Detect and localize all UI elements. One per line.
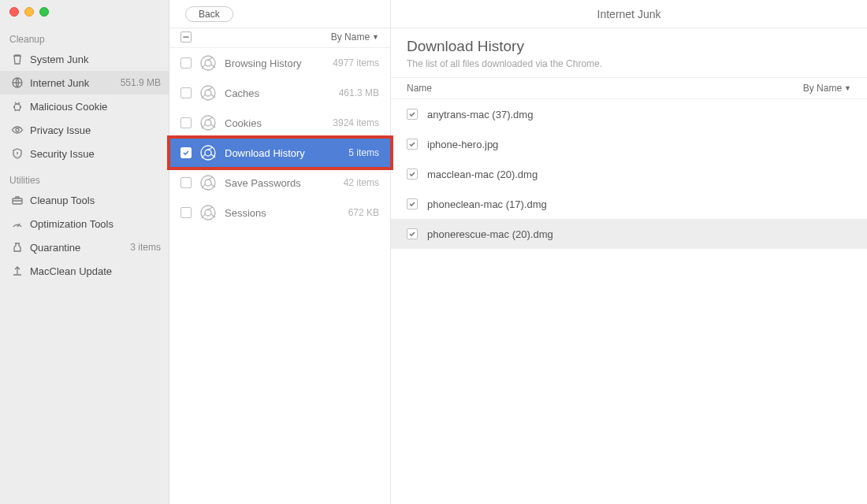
eye-icon: [11, 124, 24, 136]
chrome-icon: [199, 174, 217, 191]
svg-point-15: [205, 209, 211, 216]
file-checkbox[interactable]: [407, 228, 418, 239]
detail-header: Download History The list of all files d…: [391, 28, 867, 77]
gauge-icon: [11, 217, 24, 230]
sidebar-item-label: Privacy Issue: [30, 124, 161, 136]
sidebar-item-label: Cleanup Tools: [30, 195, 161, 206]
category-checkbox[interactable]: [180, 207, 192, 218]
globe-icon: [11, 76, 24, 89]
category-row-download-history[interactable]: Download History 5 items: [169, 138, 390, 168]
column-name: Name: [407, 83, 432, 94]
category-meta: 672 KB: [348, 207, 379, 218]
category-row-cookies[interactable]: Cookies 3924 items: [169, 108, 390, 138]
category-label: Cookies: [225, 117, 325, 129]
sidebar-item-internet-junk[interactable]: Internet Junk 551.9 MB: [0, 71, 169, 94]
sidebar-item-label: Optimization Tools: [30, 218, 161, 230]
svg-point-10: [201, 146, 215, 160]
sidebar-item-cleanup-tools[interactable]: Cleanup Tools: [0, 188, 169, 212]
window-title: Internet Junk: [391, 0, 867, 28]
category-sort[interactable]: By Name ▼: [331, 32, 379, 43]
svg-point-7: [205, 90, 211, 96]
file-row[interactable]: iphone-hero.jpg: [391, 129, 867, 159]
sidebar-item-malicious-cookie[interactable]: Malicious Cookie: [0, 94, 169, 118]
caret-down-icon: ▼: [372, 33, 379, 41]
detail-columns: Name By Name ▼: [391, 77, 867, 99]
category-checkbox[interactable]: [180, 177, 192, 188]
sidebar-item-privacy-issue[interactable]: Privacy Issue: [0, 118, 169, 142]
sort-label-text: By Name: [331, 32, 370, 43]
sidebar-item-quarantine[interactable]: Quarantine 3 items: [0, 235, 169, 259]
svg-point-9: [205, 120, 211, 126]
file-list: anytrans-mac (37).dmg iphone-hero.jpg ma…: [391, 99, 867, 504]
category-meta: 4977 items: [333, 57, 379, 69]
window-controls: [0, 0, 169, 31]
category-checkbox[interactable]: [180, 147, 192, 158]
category-panel: Back By Name ▼ Browsing History 4977 ite…: [169, 0, 391, 504]
sidebar-item-macclean-update[interactable]: MacClean Update: [0, 259, 169, 283]
sidebar-item-label: Security Issue: [30, 148, 161, 160]
sidebar-item-label: MacClean Update: [30, 265, 161, 277]
chrome-icon: [199, 114, 217, 132]
category-header-row: By Name ▼: [169, 28, 390, 48]
sidebar-section-cleanup-title: Cleanup: [0, 31, 169, 47]
chrome-icon: [199, 84, 217, 102]
select-all-toggle[interactable]: [180, 32, 192, 43]
category-checkbox[interactable]: [180, 117, 192, 128]
svg-point-11: [205, 150, 211, 156]
svg-point-14: [201, 206, 215, 220]
file-name: phoneclean-mac (17).dmg: [427, 198, 547, 210]
sidebar-section-utilities-title: Utilities: [0, 172, 169, 188]
category-meta: 3924 items: [333, 117, 379, 128]
category-row-browsing-history[interactable]: Browsing History 4977 items: [169, 48, 390, 78]
file-name: anytrans-mac (37).dmg: [427, 109, 533, 120]
category-label: Sessions: [225, 207, 340, 219]
zoom-window-button[interactable]: [39, 7, 49, 17]
file-row[interactable]: phonerescue-mac (20).dmg: [391, 219, 867, 249]
detail-title: Download History: [407, 38, 851, 55]
category-row-save-passwords[interactable]: Save Passwords 42 items: [169, 168, 390, 198]
sidebar-item-label: Internet Junk: [30, 77, 114, 89]
bug-icon: [11, 100, 24, 113]
sidebar-item-security-issue[interactable]: Security Issue: [0, 142, 169, 165]
category-checkbox[interactable]: [180, 87, 192, 98]
highlight-box: Download History 5 items: [169, 138, 390, 168]
app-window: Cleanup System Junk Internet Junk 551.9 …: [0, 0, 867, 504]
file-checkbox[interactable]: [407, 109, 418, 120]
category-row-sessions[interactable]: Sessions 672 KB: [169, 198, 390, 228]
file-row[interactable]: phoneclean-mac (17).dmg: [391, 189, 867, 219]
chrome-icon: [199, 54, 217, 72]
svg-point-8: [201, 116, 215, 130]
upload-icon: [11, 265, 24, 277]
caret-down-icon: ▼: [844, 84, 851, 92]
category-list: Browsing History 4977 items Caches 461.3…: [169, 48, 390, 504]
sidebar-item-badge: 3 items: [130, 242, 161, 253]
sidebar: Cleanup System Junk Internet Junk 551.9 …: [0, 0, 169, 504]
category-label: Save Passwords: [225, 177, 336, 189]
file-row[interactable]: macclean-mac (20).dmg: [391, 159, 867, 189]
sidebar-item-system-junk[interactable]: System Junk: [0, 47, 169, 71]
sidebar-item-optimization-tools[interactable]: Optimization Tools: [0, 212, 169, 235]
category-row-caches[interactable]: Caches 461.3 MB: [169, 78, 390, 108]
category-meta: 5 items: [348, 147, 379, 158]
category-meta: 461.3 MB: [339, 87, 379, 98]
header-bar: Back: [169, 0, 390, 28]
svg-point-12: [201, 176, 215, 190]
file-checkbox[interactable]: [407, 169, 418, 180]
file-checkbox[interactable]: [407, 198, 418, 209]
close-window-button[interactable]: [9, 7, 19, 17]
detail-sort[interactable]: By Name ▼: [803, 83, 851, 94]
trash-icon: [11, 53, 24, 65]
file-name: iphone-hero.jpg: [427, 139, 498, 150]
category-label: Caches: [225, 87, 331, 99]
svg-point-4: [201, 56, 215, 70]
svg-point-1: [14, 104, 20, 110]
category-meta: 42 items: [344, 177, 379, 188]
sidebar-item-label: Quarantine: [30, 242, 124, 254]
minimize-window-button[interactable]: [24, 7, 34, 17]
category-checkbox[interactable]: [180, 57, 192, 69]
back-button[interactable]: Back: [185, 6, 233, 22]
svg-point-5: [205, 60, 211, 66]
file-row[interactable]: anytrans-mac (37).dmg: [391, 99, 867, 129]
sidebar-item-label: Malicious Cookie: [30, 101, 161, 113]
file-checkbox[interactable]: [407, 139, 418, 150]
